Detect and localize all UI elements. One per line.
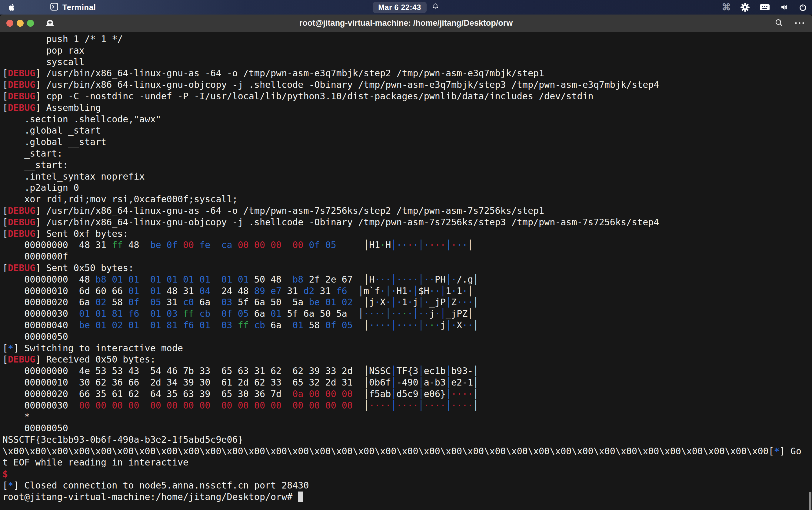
terminal-line: _start: xyxy=(2,148,812,159)
settings-gear-icon[interactable] xyxy=(741,3,750,12)
volume-icon[interactable] xyxy=(780,3,789,11)
command-icon[interactable]: ⌘ xyxy=(722,3,731,12)
new-tab-button[interactable] xyxy=(46,19,55,28)
terminal-line: __start: xyxy=(2,159,812,171)
terminal-line: $ xyxy=(2,468,812,480)
terminal-line: [DEBUG] Sent 0x50 bytes: xyxy=(2,262,812,274)
close-button[interactable] xyxy=(6,20,13,27)
terminal-line: root@jitang-virtual-machine:/home/jitang… xyxy=(2,491,812,503)
menu-bar: Terminal Mar 6 22:43 ⌘ xyxy=(0,0,812,14)
terminal-line: [*] Closed connection to node5.anna.nssc… xyxy=(2,480,812,491)
terminal-line: [DEBUG] Sent 0xf bytes: xyxy=(2,228,812,240)
terminal-line: 00000010 6d 60 66 01 01 48 31 04 24 48 8… xyxy=(2,285,812,297)
terminal-line: 00000000 4e 53 53 43 54 46 7b 33 65 63 3… xyxy=(2,365,812,377)
terminal-line: .global _start xyxy=(2,125,812,136)
new-tab-icon xyxy=(46,19,55,28)
terminal-line: [DEBUG] /usr/bin/x86_64-linux-gnu-objcop… xyxy=(2,79,812,91)
terminal-line: push 1 /* 1 */ xyxy=(2,33,812,45)
terminal-line: [DEBUG] /usr/bin/x86_64-linux-gnu-as -64… xyxy=(2,67,812,79)
terminal-line: .intel_syntax noprefix xyxy=(2,171,812,182)
window-title: root@jitang-virtual-machine: /home/jitan… xyxy=(299,19,513,28)
menu-ellipsis-icon xyxy=(794,21,805,25)
terminal-line: \x00\x00\x00\x00\x00\x00\x00\x00\x00\x00… xyxy=(2,446,812,457)
terminal-line: 00000030 01 01 81 f6 01 03 ff cb 0f 05 6… xyxy=(2,308,812,320)
terminal-line: 00000030 00 00 00 00 00 00 00 00 00 00 0… xyxy=(2,400,812,411)
terminal-app-icon xyxy=(50,2,59,12)
clock[interactable]: Mar 6 22:43 xyxy=(373,2,427,13)
terminal-line: 00000020 6a 02 58 0f 05 31 c0 6a 03 5f 6… xyxy=(2,297,812,308)
terminal-line: 00000040 be 01 02 01 01 81 f6 01 03 ff c… xyxy=(2,320,812,331)
terminal-line: .section .shellcode,"awx" xyxy=(2,114,812,125)
window-controls xyxy=(0,20,34,27)
menu-button[interactable] xyxy=(794,21,805,25)
active-app-menu[interactable]: Terminal xyxy=(50,2,96,12)
terminal-line: 00000020 66 35 61 62 64 35 63 39 65 30 3… xyxy=(2,388,812,400)
terminal-line: pop rax xyxy=(2,45,812,56)
app-name: Terminal xyxy=(62,3,96,12)
terminal-line: t EOF while reading in interactive xyxy=(2,457,812,468)
terminal-line: 00000000 48 31 ff 48 be 0f 00 fe ca 00 0… xyxy=(2,239,812,251)
terminal-line: .global __start xyxy=(2,136,812,148)
terminal-line: .p2align 0 xyxy=(2,182,812,193)
terminal-line: 00000000 48 b8 01 01 01 01 01 01 01 01 5… xyxy=(2,274,812,285)
terminal-line: syscall xyxy=(2,56,812,68)
title-bar: root@jitang-virtual-machine: /home/jitan… xyxy=(0,14,812,32)
maximize-button[interactable] xyxy=(27,20,34,27)
terminal-output[interactable]: push 1 /* 1 */ pop rax syscall[DEBUG] /u… xyxy=(0,32,812,510)
search-icon xyxy=(775,18,784,28)
terminal-line: 00000050 xyxy=(2,331,812,342)
scrollbar-thumb[interactable] xyxy=(809,492,811,510)
terminal-line: 00000010 30 62 36 66 2d 34 39 30 61 2d 6… xyxy=(2,377,812,388)
minimize-button[interactable] xyxy=(17,20,24,27)
apple-icon[interactable] xyxy=(8,3,16,12)
terminal-line: [DEBUG] Assembling xyxy=(2,102,812,114)
terminal-line: 00000050 xyxy=(2,422,812,434)
terminal-line: [DEBUG] /usr/bin/x86_64-linux-gnu-as -64… xyxy=(2,205,812,216)
terminal-line: [DEBUG] Received 0x50 bytes: xyxy=(2,354,812,365)
terminal-line: * xyxy=(2,411,812,422)
terminal-line: NSSCTF{3ec1bb93-0b6f-490a-b3e2-1f5abd5c9… xyxy=(2,434,812,446)
terminal-line: [*] Switching to interactive mode xyxy=(2,342,812,354)
terminal-line: xor rdi,rdi;mov rsi,0xcafe000f;syscall; xyxy=(2,193,812,205)
search-button[interactable] xyxy=(775,18,784,28)
terminal-line: 0000000f xyxy=(2,251,812,262)
power-icon[interactable] xyxy=(799,3,807,11)
terminal-line: [DEBUG] /usr/bin/x86_64-linux-gnu-objcop… xyxy=(2,216,812,228)
cursor xyxy=(298,491,303,502)
keyboard-icon[interactable] xyxy=(759,3,770,11)
terminal-line: [DEBUG] cpp -C -nostdinc -undef -P -I/us… xyxy=(2,91,812,102)
bell-icon xyxy=(431,2,439,12)
